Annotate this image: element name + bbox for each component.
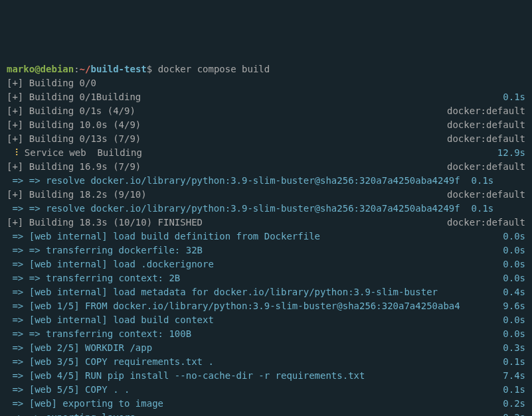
output-line: => [web internal] load build definition … xyxy=(7,230,525,243)
output-right: 0.2s xyxy=(503,411,525,416)
output-line: [+] Building 18.3s (10/10) FINISHEDdocke… xyxy=(7,216,525,230)
output-right: 12.9s xyxy=(497,146,525,160)
prompt-tilde: ~/ xyxy=(80,64,91,74)
output-left: => [web internal] load build definition … xyxy=(7,230,320,243)
command-line: marko@debian:~/build-test$ docker compos… xyxy=(7,62,525,76)
output-right: 9.6s xyxy=(503,299,525,313)
output-left: => => exporting layers xyxy=(7,411,135,416)
output-line: => [web] exporting to image0.2s xyxy=(7,397,525,411)
output-left: => => transferring dockerfile: 32B xyxy=(7,243,203,257)
prompt-path: build-test xyxy=(90,64,146,74)
output-right: 0.0s xyxy=(503,271,525,285)
output-right: 0.1s xyxy=(503,90,525,104)
output-line: [+] Building 0/1Building0.1s xyxy=(7,90,525,104)
output-right: 0.0s xyxy=(503,243,525,257)
output-left: [+] Building 18.2s (9/10) xyxy=(7,188,147,202)
output-right: docker:default xyxy=(447,132,525,146)
output-line: => [web 2/5] WORKDIR /app0.3s xyxy=(7,341,525,355)
output-right: 0.0s xyxy=(503,327,525,341)
command-text: docker compose build xyxy=(152,64,270,74)
output-line: [+] Building 18.2s (9/10)docker:default xyxy=(7,188,525,202)
output-left: [+] Building 0/1s (4/9) xyxy=(7,104,135,118)
output-right: 0.0s xyxy=(503,313,525,327)
output-right: docker:default xyxy=(447,188,525,202)
output-line: => => transferring dockerfile: 32B0.0s xyxy=(7,243,525,257)
output-line: => => transferring context: 2B0.0s xyxy=(7,271,525,285)
output-right: 0.2s xyxy=(503,397,525,411)
output-line: => => exporting layers0.2s xyxy=(7,411,525,416)
output-left: => [web internal] load .dockerignore xyxy=(7,257,214,271)
output-line: => [web internal] load .dockerignore0.0s xyxy=(7,257,525,271)
output-right: docker:default xyxy=(447,216,525,230)
prompt-host: debian xyxy=(41,64,74,74)
prompt-dollar: $ xyxy=(147,64,152,74)
output-right: 7.4s xyxy=(503,369,525,383)
output-left: => [web 3/5] COPY requirements.txt . xyxy=(7,355,214,369)
prompt-at: @ xyxy=(35,64,40,74)
output-line: => [web 5/5] COPY . .0.1s xyxy=(7,383,525,397)
output-right: 0.0s xyxy=(503,230,525,243)
output-line: [+] Building 0/1s (4/9)docker:default xyxy=(7,104,525,118)
output-line: ⠸ Service web Building12.9s xyxy=(7,146,525,160)
output-line: [+] Building 10.0s (4/9)docker:default xyxy=(7,118,525,132)
output-line: => => resolve docker.io/library/python:3… xyxy=(7,174,525,188)
output-line: => [web internal] load build context0.0s xyxy=(7,313,525,327)
output-left: => => resolve docker.io/library/python:3… xyxy=(7,202,493,216)
output-left: ⠸ Service web Building xyxy=(7,146,142,160)
output-line: => [web 3/5] COPY requirements.txt .0.1s xyxy=(7,355,525,369)
output-right: docker:default xyxy=(447,160,525,174)
output-line: [+] Building 16.9s (7/9)docker:default xyxy=(7,160,525,174)
output-line: [+] Building 0/0 xyxy=(7,76,525,90)
output-line: => => resolve docker.io/library/python:3… xyxy=(7,202,525,216)
output-line: => => transferring context: 100B0.0s xyxy=(7,327,525,341)
output-right: docker:default xyxy=(447,104,525,118)
output-left: => [web] exporting to image xyxy=(7,397,163,411)
output-left: [+] Building 18.3s (10/10) FINISHED xyxy=(7,216,203,230)
output-line: => [web 1/5] FROM docker.io/library/pyth… xyxy=(7,299,525,313)
output-left: [+] Building 16.9s (7/9) xyxy=(7,160,141,174)
output-line: => [web internal] load metadata for dock… xyxy=(7,285,525,299)
output-left: => [web 2/5] WORKDIR /app xyxy=(7,341,152,355)
output-left: => [web internal] load metadata for dock… xyxy=(7,285,438,299)
output-right: 0.1s xyxy=(503,383,525,397)
prompt-colon: : xyxy=(74,64,79,74)
output-right: 0.3s xyxy=(503,341,525,355)
output-right: docker:default xyxy=(447,118,525,132)
output-left: [+] Building 0/13s (7/9) xyxy=(7,132,141,146)
output-left: => [web internal] load build context xyxy=(7,313,214,327)
output-left: [+] Building 0/1Building xyxy=(7,90,141,104)
output-left: => [web 1/5] FROM docker.io/library/pyth… xyxy=(7,299,460,313)
prompt-user: marko xyxy=(7,64,35,74)
output-left: [+] Building 10.0s (4/9) xyxy=(7,118,141,132)
terminal-output: marko@debian:~/build-test$ docker compos… xyxy=(7,62,525,416)
output-line: => [web 4/5] RUN pip install --no-cache-… xyxy=(7,369,525,383)
output-left: => => transferring context: 2B xyxy=(7,271,180,285)
output-left: => [web 5/5] COPY . . xyxy=(7,383,130,397)
output-left: => => transferring context: 100B xyxy=(7,327,191,341)
output-right: 0.0s xyxy=(503,257,525,271)
output-left: [+] Building 0/0 xyxy=(7,76,96,90)
output-left: => [web 4/5] RUN pip install --no-cache-… xyxy=(7,369,365,383)
output-right: 0.4s xyxy=(503,285,525,299)
output-line: [+] Building 0/13s (7/9)docker:default xyxy=(7,132,525,146)
output-right: 0.1s xyxy=(503,355,525,369)
output-left: => => resolve docker.io/library/python:3… xyxy=(7,174,493,188)
